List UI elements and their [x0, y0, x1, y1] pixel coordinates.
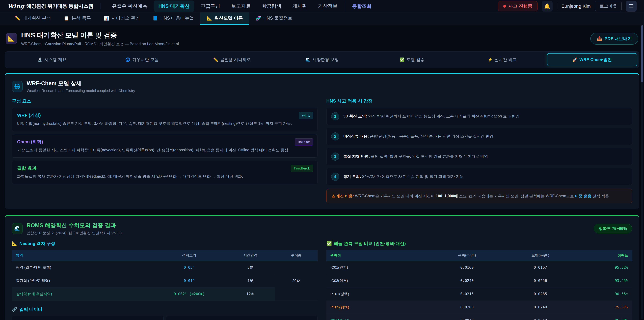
wave-icon: 🌊 — [306, 57, 310, 62]
cell-dt: 1분 — [226, 274, 275, 287]
subnav-label: HNS 물질정보 — [263, 15, 292, 21]
tab-substance-scenario[interactable]: ✏️물질별 시나리오 — [187, 53, 277, 66]
strength-head: 비정상류 대응: — [343, 134, 369, 138]
strength-item: 3 복잡 지형 반영: 해안 절벽, 항만 구조물, 인접 도시의 건물 효과를… — [326, 148, 632, 165]
input-chip-era5: ERA5 기상(기압·풍속·기온) — [12, 316, 164, 320]
tab-label: 실시간 비교 — [494, 57, 517, 62]
nav-item-integrated-search[interactable]: 통합조회 — [346, 1, 376, 12]
top-navbar: Wing 해양환경 위기대응 통합시스템 유출유 확산예측 HNS·대기확산 긴… — [0, 0, 644, 13]
sub-navbar: ✏️대기확산 분석 📋분석 목록 📊시나리오 관리 📘HNS 대응매뉴얼 📐확산… — [0, 13, 644, 25]
triangle-ruler-icon: 📐 — [206, 16, 212, 21]
strength-text: 비정상류 대응: 풍향 전환(해풍↔육풍), 돌풍, 전선 통과 등 시변 기상… — [343, 132, 493, 139]
subnav-item-scenario-mgmt[interactable]: 📊시나리오 관리 — [97, 13, 146, 25]
feedback-badge: Feedback — [291, 165, 313, 172]
globe-icon: 🌐 — [12, 81, 23, 92]
vertical-scrollbar[interactable] — [641, 25, 643, 319]
table-header: 관측점 관측(mg/L) 모델(mg/L) 정확도 — [326, 250, 632, 261]
tab-ocean-correction[interactable]: 🌊해양환경 보정 — [277, 53, 367, 66]
cell-station: PT02(평택) — [326, 300, 430, 314]
components-column: 구성 요소 WRF (기상) v4.x 비정수압(non-hydrostatic… — [12, 98, 318, 203]
wrf-card-header: 🌐 WRF-Chem 모델 상세 Weather Research and Fo… — [12, 80, 632, 93]
component-name: Chem (화학) — [17, 139, 312, 145]
tab-wrf-chem[interactable]: 🚀WRF-Chem·발전 — [547, 53, 637, 66]
nav-item-oil-spill[interactable]: 유출유 확산예측 — [108, 1, 152, 12]
subnav-label: 분석 목록 — [72, 15, 91, 21]
tab-model-validation[interactable]: ✅모델 검증 — [367, 53, 457, 66]
subnav-item-analysis-list[interactable]: 📋분석 목록 — [57, 13, 97, 25]
strengths-heading: HNS 사고 적용 시 강점 — [326, 98, 632, 104]
cyclone-icon: 🌀 — [125, 57, 130, 62]
strength-item: 2 비정상류 대응: 풍향 전환(해풍↔육풍), 돌풍, 전선 통과 등 시변 … — [326, 128, 632, 145]
subnav-item-model-theory[interactable]: 📐확산모델 이론 — [200, 13, 249, 25]
strength-body: 풍향 전환(해풍↔육풍), 돌풍, 전선 통과 등 시변 기상 조건을 실시간 … — [369, 134, 493, 138]
comparison-table: 관측점 관측(mg/L) 모델(mg/L) 정확도 IC01(인천) 0.016… — [326, 250, 632, 320]
nav-item-rescue[interactable]: 긴급구난 — [196, 1, 224, 12]
incident-status-badge[interactable]: 사고 진행중 — [498, 1, 538, 12]
number-badge: 1 — [331, 112, 339, 120]
tab-label: WRF-Chem·발전 — [580, 57, 612, 62]
logout-button[interactable]: 로그아웃 — [595, 1, 622, 11]
version-badge: v4.x — [299, 112, 313, 119]
nav-item-reports[interactable]: 보고자료 — [227, 1, 255, 12]
cell-model: 0.0249 — [504, 300, 577, 314]
cell-observed: 0.0215 — [430, 287, 504, 300]
notification-bell-button[interactable]: 🔔 — [542, 1, 552, 12]
cell-area: 중간역 (한반도 해역) — [12, 274, 152, 287]
nav-item-weather[interactable]: 기상정보 — [314, 1, 342, 12]
tab-label: 가우시안 모델 — [132, 57, 159, 62]
roms-card-header-text: ROMS 해양확산 수치모의 검증 결과 김창겸·이문진 외 (2024), 한… — [27, 222, 122, 236]
subnav-label: HNS 대응매뉴얼 — [160, 15, 194, 21]
dna-icon: 🧬 — [256, 16, 261, 21]
tab-realtime-compare[interactable]: ⚡실시간 비교 — [457, 53, 547, 66]
col-header-layers: 수직층 — [275, 250, 318, 261]
subnav-label: 확산모델 이론 — [214, 15, 243, 21]
nav-item-aerial-search[interactable]: 항공탐색 — [258, 1, 286, 12]
scrollbar-thumb[interactable] — [641, 25, 643, 82]
cell-grid: 0.01° — [152, 274, 226, 287]
pencil-icon: ✏️ — [213, 57, 218, 62]
subnav-item-hns-manual[interactable]: 📘HNS 대응매뉴얼 — [146, 13, 200, 25]
table-header: 영역 격자크기 시간간격 수직층 — [12, 250, 318, 261]
online-badge: Online — [295, 138, 313, 145]
roms-card-columns: 📐Nesting 격자 구성 영역 격자크기 시간간격 수직층 광역 (일본·대… — [12, 241, 632, 320]
subnav-item-hns-substance[interactable]: 🧬HNS 물질정보 — [249, 13, 299, 25]
table-row-highlight: 상세역 (5개 우심지역) 0.002° (≈200m) 12초 — [12, 287, 318, 300]
number-badge: 3 — [331, 153, 339, 161]
nav-item-board[interactable]: 게시판 — [288, 1, 311, 12]
tab-gaussian-model[interactable]: 🌀가우시안 모델 — [97, 53, 187, 66]
cell-accuracy: 95.88% — [577, 314, 632, 320]
table-row: IC03(인천) 0.0240 0.0256 93.45% — [326, 274, 632, 287]
pencil-icon: ✏️ — [15, 16, 20, 21]
cell-model: 0.0256 — [504, 274, 577, 287]
pdf-export-button[interactable]: 📤PDF 내보내기 — [590, 33, 638, 45]
comparison-heading: ✅페놀 관측-모델 비교 (인천·평택·대산) — [326, 241, 632, 246]
cell-accuracy: 95.32% — [577, 261, 632, 274]
component-coupling: 결합 효과 Feedback 화학물질의 복사 효과가 기상장에 되먹임(fee… — [12, 161, 318, 184]
cell-model: 0.0042 — [504, 314, 577, 320]
rocket-icon: 🚀 — [572, 57, 578, 62]
inputs-heading: 🔗입력 데이터 — [12, 306, 318, 312]
roms-card-header: 🌊 ROMS 해양확산 수치모의 검증 결과 김창겸·이문진 외 (2024),… — [12, 222, 632, 236]
divider — [100, 3, 100, 10]
inputs-title: 입력 데이터 — [19, 306, 42, 312]
cell-accuracy: 75.57% — [577, 300, 632, 314]
book-icon: 📘 — [152, 16, 158, 21]
subnav-item-diffusion-analysis[interactable]: ✏️대기확산 분석 — [8, 13, 57, 25]
nav-item-hns-atmos[interactable]: HNS·대기확산 — [154, 1, 194, 12]
cell-area: 광역 (일본·대만 포함) — [12, 261, 152, 274]
nesting-title: Nesting 격자 구성 — [19, 241, 55, 246]
input-data-grid: ERA5 기상(기압·풍속·기온) HYCOM 수온·염분·유속 TPXO9 조… — [12, 316, 318, 320]
cell-station: IC03(인천) — [326, 274, 430, 287]
link-icon: 🔗 — [12, 307, 17, 312]
check-icon: ✅ — [326, 241, 332, 246]
component-chem: Chem (화학) Online 기상 모델과 동일한 시간 스텝에서 화학종의… — [12, 134, 318, 158]
app-logo: Wing 해양환경 위기대응 통합시스템 — [8, 3, 93, 10]
strength-text: 3D 확산 모의: 연직 방향 확산까지 포함한 정밀 농도장 계산. 고층 대… — [343, 112, 520, 119]
subnav-label: 대기확산 분석 — [22, 15, 51, 21]
comparison-title: 페놀 관측-모델 비교 (인천·평택·대산) — [334, 241, 406, 246]
cell-dt: 12초 — [226, 287, 275, 300]
wave-icon: 🌊 — [12, 223, 23, 234]
hamburger-menu-button[interactable]: ☰ — [626, 1, 636, 12]
divider — [557, 3, 557, 10]
tab-system-overview[interactable]: 🔬시스템 개요 — [7, 53, 97, 66]
